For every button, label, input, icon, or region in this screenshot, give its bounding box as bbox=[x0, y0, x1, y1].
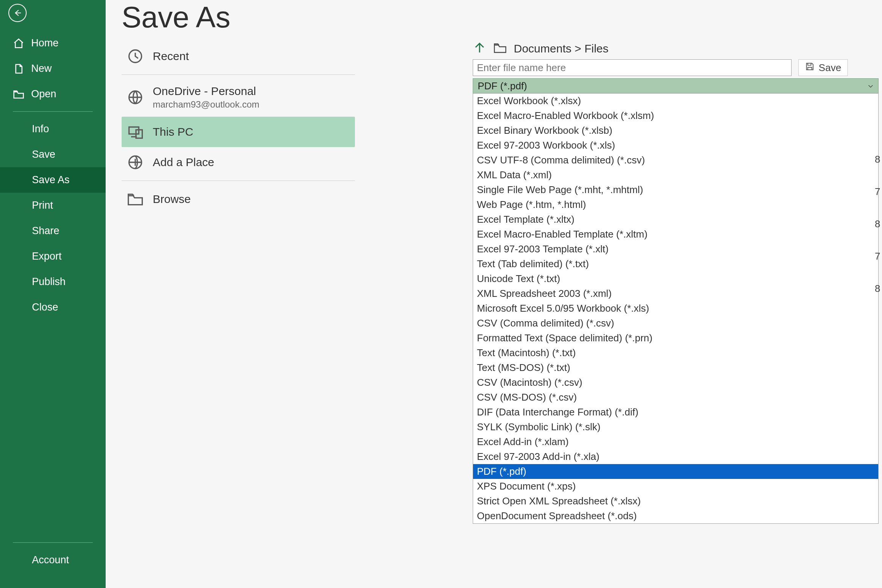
up-folder-button[interactable] bbox=[473, 41, 486, 56]
location-sub: marcham93@outlook.com bbox=[153, 99, 259, 110]
sidebar-separator bbox=[13, 542, 93, 543]
format-option[interactable]: Excel Workbook (*.xlsx) bbox=[473, 94, 878, 108]
format-option[interactable]: Text (Tab delimited) (*.txt) bbox=[473, 257, 878, 271]
location-separator bbox=[122, 74, 355, 75]
backstage-sidebar: Home New Open InfoSaveSave AsPrintShareE… bbox=[0, 0, 106, 588]
format-option[interactable]: XML Spreadsheet 2003 (*.xml) bbox=[473, 286, 878, 301]
file-date-fragment: 7 2:21 AM bbox=[875, 250, 882, 262]
file-list-peek: 8 9:35 PM7 2:21 AM8 9:34 PM7 2:21 AM8 9:… bbox=[875, 154, 882, 295]
location-title: Add a Place bbox=[153, 156, 214, 169]
location-separator bbox=[122, 181, 355, 181]
location-onedrive[interactable]: OneDrive - Personalmarcham93@outlook.com bbox=[122, 78, 355, 117]
file-date-fragment: 8 9:41 PM bbox=[875, 283, 882, 295]
sidebar-item-share[interactable]: Share bbox=[0, 218, 106, 244]
sidebar-item-label: Export bbox=[32, 250, 62, 262]
sidebar-item-open[interactable]: Open bbox=[0, 81, 106, 107]
format-option[interactable]: CSV (Macintosh) (*.csv) bbox=[473, 375, 878, 390]
folder-icon bbox=[127, 191, 144, 208]
format-option[interactable]: Excel Add-in (*.xlam) bbox=[473, 434, 878, 449]
save-pane: Documents > Files Save PDF (*.pdf) Excel… bbox=[473, 41, 848, 524]
format-option[interactable]: Single File Web Page (*.mht, *.mhtml) bbox=[473, 182, 878, 197]
chevron-down-icon bbox=[868, 80, 874, 92]
sidebar-item-label: Info bbox=[32, 123, 49, 135]
format-option[interactable]: Unicode Text (*.txt) bbox=[473, 271, 878, 286]
sidebar-item-save-as[interactable]: Save As bbox=[0, 167, 106, 193]
format-option[interactable]: Text (MS-DOS) (*.txt) bbox=[473, 360, 878, 375]
sidebar-separator bbox=[13, 111, 93, 112]
format-option[interactable]: CSV (MS-DOS) (*.csv) bbox=[473, 390, 878, 405]
sidebar-item-label: Publish bbox=[32, 276, 66, 288]
sidebar-item-label: Account bbox=[32, 554, 69, 566]
location-title: This PC bbox=[153, 125, 193, 138]
sidebar-item-publish[interactable]: Publish bbox=[0, 269, 106, 295]
format-option[interactable]: Excel Macro-Enabled Template (*.xltm) bbox=[473, 227, 878, 242]
format-option[interactable]: XPS Document (*.xps) bbox=[473, 479, 878, 494]
format-option[interactable]: CSV UTF-8 (Comma delimited) (*.csv) bbox=[473, 153, 878, 168]
sidebar-item-label: Share bbox=[32, 225, 59, 237]
format-option[interactable]: Strict Open XML Spreadsheet (*.xlsx) bbox=[473, 494, 878, 509]
location-thispc[interactable]: This PC bbox=[122, 117, 355, 147]
locations-column: Recent OneDrive - Personalmarcham93@outl… bbox=[122, 41, 355, 214]
location-recent[interactable]: Recent bbox=[122, 41, 355, 71]
sidebar-item-label: New bbox=[31, 63, 52, 74]
filename-input[interactable] bbox=[473, 59, 792, 76]
file-date-fragment: 7 2:21 AM bbox=[875, 186, 882, 198]
format-option[interactable]: Web Page (*.htm, *.html) bbox=[473, 197, 878, 212]
pc-icon bbox=[127, 124, 144, 140]
location-title: Recent bbox=[153, 50, 189, 63]
sidebar-item-label: Open bbox=[31, 88, 56, 100]
clock-icon bbox=[127, 48, 144, 65]
format-option[interactable]: Excel Template (*.xltx) bbox=[473, 212, 878, 227]
format-select[interactable]: PDF (*.pdf) bbox=[473, 78, 879, 94]
sidebar-item-label: Save As bbox=[32, 174, 70, 186]
globe-icon bbox=[127, 89, 144, 106]
format-option[interactable]: Excel Macro-Enabled Workbook (*.xlsm) bbox=[473, 108, 878, 123]
format-option[interactable]: OpenDocument Spreadsheet (*.ods) bbox=[473, 509, 878, 523]
format-selected-value: PDF (*.pdf) bbox=[478, 80, 527, 92]
format-option[interactable]: Formatted Text (Space delimited) (*.prn) bbox=[473, 331, 878, 346]
main-area: Save As Recent OneDrive - Personalmarcha… bbox=[106, 0, 882, 588]
sidebar-item-print[interactable]: Print bbox=[0, 193, 106, 218]
format-option[interactable]: Excel Binary Workbook (*.xlsb) bbox=[473, 123, 878, 138]
sidebar-item-home[interactable]: Home bbox=[0, 30, 106, 56]
page-title: Save As bbox=[106, 0, 882, 42]
format-option[interactable]: SYLK (Symbolic Link) (*.slk) bbox=[473, 420, 878, 434]
format-option[interactable]: Excel 97-2003 Add-in (*.xla) bbox=[473, 449, 878, 464]
sidebar-item-save[interactable]: Save bbox=[0, 142, 106, 167]
sidebar-item-export[interactable]: Export bbox=[0, 244, 106, 269]
location-browse[interactable]: Browse bbox=[122, 184, 355, 214]
sidebar-item-label: Home bbox=[31, 37, 59, 49]
open-icon bbox=[13, 89, 24, 100]
sidebar-item-close[interactable]: Close bbox=[0, 295, 106, 320]
format-option[interactable]: XML Data (*.xml) bbox=[473, 168, 878, 182]
addplace-icon bbox=[127, 154, 144, 171]
breadcrumb[interactable]: Documents > Files bbox=[514, 42, 608, 55]
sidebar-item-account[interactable]: Account bbox=[0, 547, 106, 573]
save-icon bbox=[805, 62, 815, 74]
folder-icon bbox=[493, 41, 507, 56]
format-option[interactable]: Excel 97-2003 Template (*.xlt) bbox=[473, 242, 878, 257]
sidebar-item-new[interactable]: New bbox=[0, 56, 106, 81]
format-option[interactable]: DIF (Data Interchange Format) (*.dif) bbox=[473, 405, 878, 420]
sidebar-item-label: Save bbox=[32, 149, 55, 160]
save-button[interactable]: Save bbox=[798, 59, 848, 76]
format-option[interactable]: Text (Macintosh) (*.txt) bbox=[473, 346, 878, 360]
format-option[interactable]: PDF (*.pdf) bbox=[473, 464, 878, 479]
file-date-fragment: 8 9:34 PM bbox=[875, 218, 882, 230]
location-title: OneDrive - Personal bbox=[153, 85, 259, 98]
location-addplace[interactable]: Add a Place bbox=[122, 147, 355, 178]
sidebar-item-info[interactable]: Info bbox=[0, 116, 106, 142]
format-option[interactable]: CSV (Comma delimited) (*.csv) bbox=[473, 316, 878, 331]
sidebar-item-label: Print bbox=[32, 200, 53, 211]
format-dropdown: Excel Workbook (*.xlsx)Excel Macro-Enabl… bbox=[473, 94, 879, 524]
back-button[interactable] bbox=[8, 4, 27, 22]
home-icon bbox=[13, 38, 24, 49]
sidebar-item-label: Close bbox=[32, 301, 58, 313]
new-icon bbox=[13, 63, 24, 74]
breadcrumb-row: Documents > Files bbox=[473, 41, 848, 56]
file-date-fragment: 8 9:35 PM bbox=[875, 154, 882, 165]
save-button-label: Save bbox=[819, 62, 841, 74]
format-option[interactable]: Excel 97-2003 Workbook (*.xls) bbox=[473, 138, 878, 153]
format-option[interactable]: Microsoft Excel 5.0/95 Workbook (*.xls) bbox=[473, 301, 878, 316]
svg-rect-2 bbox=[129, 127, 139, 134]
